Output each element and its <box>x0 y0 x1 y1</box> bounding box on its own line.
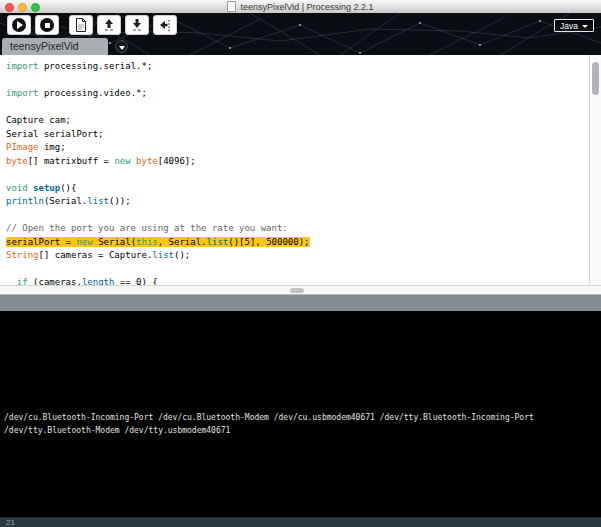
code-line[interactable]: import processing.serial.*; <box>6 60 594 74</box>
code-line[interactable]: void setup(){ <box>6 182 594 196</box>
tab-label: teensyPixelVid <box>10 40 79 52</box>
console-line: /dev/cu.Bluetooth-Incoming-Port /dev/cu.… <box>4 411 597 424</box>
code-line[interactable] <box>6 168 594 182</box>
code-line[interactable]: serialPort = new Serial(this, Serial.lis… <box>6 236 594 250</box>
processing-window: teensyPixelVid | Processing 2.2.1 <box>0 0 601 527</box>
document-icon <box>227 1 236 12</box>
code-line[interactable]: // Open the port you are using at the ra… <box>6 222 594 236</box>
new-sketch-button[interactable] <box>69 15 93 35</box>
editor-vertical-scrollbar-thumb[interactable] <box>592 62 599 95</box>
tab-menu-chevron-icon <box>119 46 125 50</box>
open-sketch-button[interactable] <box>97 15 121 35</box>
tab-teensypixelvid[interactable]: teensyPixelVid <box>2 38 108 55</box>
save-sketch-button[interactable] <box>125 15 149 35</box>
editor-horizontal-scrollbar-thumb[interactable] <box>290 288 304 293</box>
code-line[interactable]: if (cameras.length == 0) { <box>6 276 594 285</box>
code-line[interactable] <box>6 101 594 115</box>
stop-button[interactable] <box>35 15 59 35</box>
code-line[interactable] <box>6 263 594 277</box>
statusbar: 21 <box>0 517 601 527</box>
stop-icon <box>40 18 54 32</box>
save-icon <box>131 18 143 32</box>
chevron-down-icon <box>582 25 588 28</box>
code-line[interactable]: Capture cam; <box>6 114 594 128</box>
window-title: teensyPixelVid | Processing 2.2.1 <box>0 1 601 13</box>
code-line[interactable]: Serial serialPort; <box>6 128 594 142</box>
message-area <box>0 295 601 311</box>
code-line[interactable] <box>6 74 594 88</box>
mode-label: Java <box>560 21 578 31</box>
editor: import processing.serial.*; import proce… <box>0 55 601 285</box>
mode-selector[interactable]: Java <box>554 19 594 32</box>
code-line[interactable]: PImage img; <box>6 141 594 155</box>
editor-vertical-scrollbar[interactable] <box>589 55 601 285</box>
console-output: /dev/cu.Bluetooth-Incoming-Port /dev/cu.… <box>0 311 601 437</box>
toolbar: Java teensyPixelVid <box>0 13 601 55</box>
window-title-text: teensyPixelVid | Processing 2.2.1 <box>240 2 373 12</box>
code-area[interactable]: import processing.serial.*; import proce… <box>0 60 594 285</box>
code-line[interactable]: byte[] matrixbuff = new byte[4096]; <box>6 155 594 169</box>
run-button[interactable] <box>7 15 31 35</box>
code-line[interactable]: String[] cameras = Capture.list(); <box>6 249 594 263</box>
tab-menu-button[interactable] <box>115 40 128 53</box>
code-line[interactable]: import processing.video.*; <box>6 87 594 101</box>
console-line: /dev/tty.Bluetooth-Modem /dev/tty.usbmod… <box>4 424 597 437</box>
editor-horizontal-scrollbar[interactable] <box>0 285 601 295</box>
code-line[interactable] <box>6 209 594 223</box>
console: /dev/cu.Bluetooth-Incoming-Port /dev/cu.… <box>0 311 601 517</box>
code-line[interactable]: println(Serial.list()); <box>6 195 594 209</box>
titlebar: teensyPixelVid | Processing 2.2.1 <box>0 0 601 14</box>
new-file-icon <box>75 18 87 32</box>
open-icon <box>103 18 115 32</box>
export-application-button[interactable] <box>153 15 177 35</box>
play-icon <box>12 18 26 32</box>
line-number-indicator: 21 <box>6 518 15 527</box>
export-icon <box>158 18 172 32</box>
